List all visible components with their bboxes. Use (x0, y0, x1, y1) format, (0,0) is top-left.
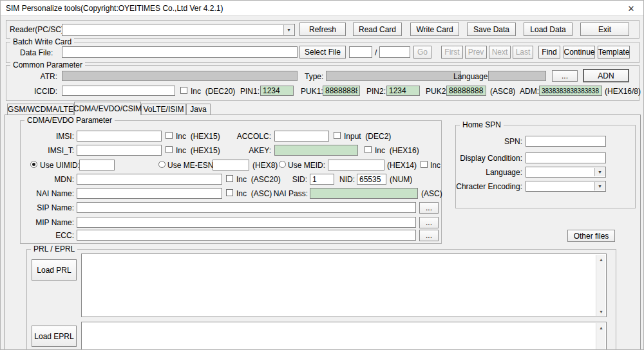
ecc-input[interactable] (77, 230, 416, 241)
pin2-input[interactable] (386, 86, 420, 96)
hex8-hint: (HEX8) (252, 161, 278, 170)
adn-button[interactable]: ADN (583, 69, 629, 82)
imsi-input[interactable] (77, 131, 162, 142)
nai-name-input[interactable] (77, 188, 222, 199)
chevron-down-icon[interactable]: ▼ (283, 25, 294, 35)
scroll-down-icon[interactable]: ▼ (596, 307, 606, 316)
use-uimid-radio[interactable] (30, 161, 37, 168)
accolc-label: ACCOLC: (220, 133, 271, 141)
continue-button[interactable]: Continue (564, 46, 595, 59)
accolc-input[interactable] (274, 131, 329, 142)
nai-name-label: NAI Name: (26, 190, 74, 198)
imsi-t-inc-checkbox[interactable] (166, 146, 173, 153)
common-language-field (488, 71, 546, 81)
last-button[interactable]: Last (513, 46, 533, 59)
type-field (326, 71, 461, 81)
scroll-up-icon[interactable]: ▲ (596, 323, 606, 332)
prl-scrollbar[interactable]: ▲ ▼ (596, 255, 605, 316)
use-meid-radio[interactable] (279, 161, 286, 168)
language-browse-button[interactable]: ... (552, 70, 578, 82)
find-button[interactable]: Find (538, 46, 560, 59)
refresh-button[interactable]: Refresh (299, 23, 346, 36)
iccid-inc-checkbox[interactable] (180, 87, 187, 94)
cdma-group-title: CDMA/EVDO Parameter (24, 116, 115, 125)
nai-pass-input[interactable] (310, 188, 418, 199)
uimid-input[interactable] (79, 160, 115, 170)
nid-input[interactable] (357, 174, 386, 185)
go-button[interactable]: Go (413, 46, 431, 59)
load-eprl-button[interactable]: Load EPRL (32, 326, 77, 347)
scroll-up-icon[interactable]: ▲ (596, 255, 606, 264)
chevron-down-icon[interactable]: ▼ (594, 182, 605, 190)
display-condition-label: Display Condition: (457, 154, 522, 163)
mip-browse-button[interactable]: ... (419, 217, 439, 228)
load-data-button[interactable]: Load Data (524, 23, 573, 36)
select-file-button[interactable]: Select File (299, 46, 346, 59)
nai-inc-label: Inc (ASC) (236, 190, 272, 198)
tab-cdma-evdo-csim[interactable]: CDMA/EVDO/CSIM (74, 102, 141, 115)
prl-textarea[interactable]: ▲ ▼ (81, 253, 607, 317)
chevron-down-icon[interactable]: ▼ (594, 168, 605, 176)
mdn-label: MDN: (26, 176, 74, 184)
iccid-input[interactable] (62, 86, 175, 96)
character-encoding-select[interactable]: ▼ (526, 181, 606, 192)
write-card-button[interactable]: Write Card (410, 23, 459, 36)
prev-button[interactable]: Prev (465, 46, 487, 59)
template-button[interactable]: Template (598, 46, 630, 59)
accolc-input-checkbox[interactable] (334, 132, 341, 139)
akey-inc-checkbox[interactable] (365, 146, 372, 153)
data-file-input[interactable] (62, 46, 298, 58)
me-esn-input[interactable] (213, 160, 249, 170)
ecc-label: ECC: (26, 232, 74, 240)
window-title: SIM Personalize tools(Copyright:OYEITIME… (6, 4, 223, 13)
imsi-inc-label: Inc (HEX15) (176, 133, 220, 141)
meid-inc-checkbox[interactable] (421, 161, 428, 168)
data-file-label: Data File: (20, 49, 53, 57)
close-icon[interactable]: ✕ (625, 3, 637, 14)
title-bar: SIM Personalize tools(Copyright:OYEITIME… (1, 1, 643, 16)
mdn-input[interactable] (77, 174, 222, 185)
use-meid-label: Use MEID: (288, 161, 325, 170)
eprl-scrollbar[interactable]: ▲ ▼ (596, 323, 605, 350)
display-condition-input[interactable] (526, 152, 606, 163)
mdn-inc-checkbox[interactable] (226, 175, 233, 182)
use-me-esn-radio[interactable] (158, 161, 166, 168)
puk2-label: PUK2: (426, 88, 448, 96)
pin1-input[interactable] (260, 86, 294, 96)
accolc-input-label: Input (DEC2) (344, 133, 391, 141)
tab-gsm-wcdma-lte[interactable]: GSM/WCDMA/LTE (7, 104, 74, 115)
nai-pass-label: NAI Pass: (273, 190, 308, 198)
read-card-button[interactable]: Read Card (353, 23, 402, 36)
spn-language-select[interactable]: ▼ (526, 167, 606, 178)
other-files-button[interactable]: Other files (567, 230, 615, 242)
spn-input[interactable] (526, 136, 606, 147)
sip-name-input[interactable] (77, 202, 416, 213)
reader-select[interactable]: ▼ (62, 24, 295, 36)
akey-input[interactable] (274, 145, 358, 156)
load-prl-button[interactable]: Load PRL (32, 259, 77, 281)
adm-input[interactable] (539, 86, 602, 96)
page-number-input[interactable] (349, 46, 372, 58)
mip-name-input[interactable] (77, 217, 416, 228)
tab-volte-isim[interactable]: VoLTE/ISIM (141, 104, 186, 115)
sid-input[interactable] (310, 174, 334, 185)
exit-button[interactable]: Exit (580, 23, 629, 36)
mdn-inc-label: Inc (ASC20) (236, 176, 281, 184)
puk1-input[interactable] (323, 86, 360, 96)
meid-input[interactable] (328, 160, 384, 170)
save-data-button[interactable]: Save Data (467, 23, 516, 36)
iccid-label: ICCID: (14, 88, 57, 96)
imsi-t-input[interactable] (77, 145, 162, 156)
sip-browse-button[interactable]: ... (419, 202, 439, 214)
nai-inc-checkbox[interactable] (226, 189, 233, 196)
tab-java[interactable]: Java (186, 104, 211, 115)
puk2-input[interactable] (446, 86, 486, 96)
home-spn-title: Home SPN (460, 120, 504, 129)
nid-label: NID: (338, 176, 355, 184)
next-button[interactable]: Next (489, 46, 511, 59)
imsi-inc-checkbox[interactable] (166, 132, 173, 139)
first-button[interactable]: First (441, 46, 463, 59)
eprl-textarea[interactable]: ▲ ▼ (81, 322, 607, 350)
page-total-input[interactable] (379, 46, 410, 58)
ecc-browse-button[interactable]: ... (419, 230, 439, 241)
